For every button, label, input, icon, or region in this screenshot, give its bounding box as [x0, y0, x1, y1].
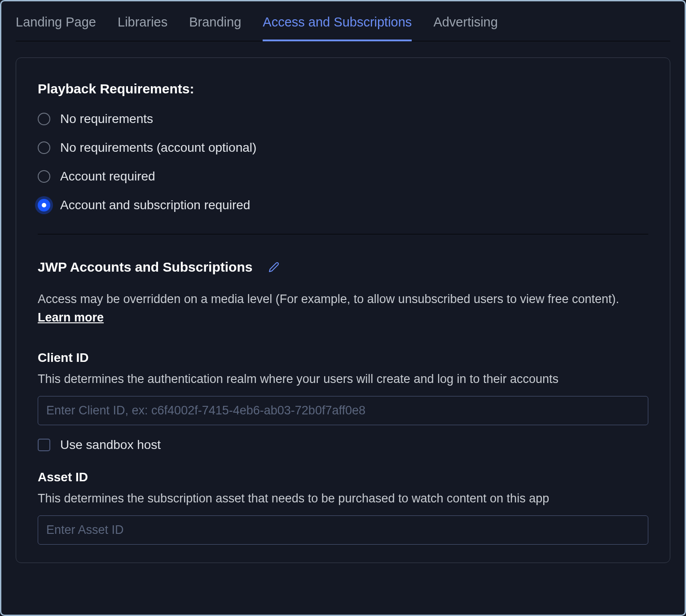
radio-account-required[interactable]: Account required — [38, 169, 648, 184]
asset-id-label: Asset ID — [38, 470, 648, 484]
radio-icon — [38, 113, 50, 125]
asset-id-help: This determines the subscription asset t… — [38, 492, 648, 506]
sandbox-checkbox-label: Use sandbox host — [60, 438, 161, 452]
jwp-description: Access may be overridden on a media leve… — [38, 290, 648, 326]
tab-branding[interactable]: Branding — [189, 11, 241, 41]
edit-icon[interactable] — [268, 262, 279, 273]
jwp-title: JWP Accounts and Subscriptions — [38, 260, 252, 275]
divider — [38, 234, 648, 234]
radio-no-requirements-optional[interactable]: No requirements (account optional) — [38, 141, 648, 155]
playback-requirements-group: No requirements No requirements (account… — [38, 112, 648, 212]
radio-label: Account required — [60, 169, 155, 184]
radio-label: Account and subscription required — [60, 198, 250, 212]
radio-icon — [38, 170, 50, 183]
asset-id-block: Asset ID This determines the subscriptio… — [38, 470, 648, 545]
playback-requirements-title: Playback Requirements: — [38, 81, 648, 97]
sandbox-checkbox-row[interactable]: Use sandbox host — [38, 438, 648, 452]
radio-account-subscription-required[interactable]: Account and subscription required — [38, 198, 648, 212]
checkbox-icon — [38, 439, 50, 451]
radio-icon — [38, 141, 50, 154]
radio-label: No requirements (account optional) — [60, 141, 256, 155]
client-id-label: Client ID — [38, 351, 648, 365]
tab-access-subscriptions[interactable]: Access and Subscriptions — [263, 11, 412, 41]
tabs: Landing Page Libraries Branding Access a… — [16, 11, 670, 41]
learn-more-link[interactable]: Learn more — [38, 311, 104, 324]
client-id-input[interactable] — [38, 396, 648, 425]
tab-landing-page[interactable]: Landing Page — [16, 11, 96, 41]
jwp-description-text: Access may be overridden on a media leve… — [38, 292, 619, 306]
settings-panel: Playback Requirements: No requirements N… — [16, 57, 670, 563]
jwp-header: JWP Accounts and Subscriptions — [38, 260, 648, 275]
tab-advertising[interactable]: Advertising — [433, 11, 497, 41]
client-id-help: This determines the authentication realm… — [38, 372, 648, 386]
radio-icon-selected — [38, 199, 50, 211]
asset-id-input[interactable] — [38, 515, 648, 545]
radio-no-requirements[interactable]: No requirements — [38, 112, 648, 126]
radio-label: No requirements — [60, 112, 153, 126]
client-id-block: Client ID This determines the authentica… — [38, 351, 648, 452]
tab-libraries[interactable]: Libraries — [118, 11, 167, 41]
